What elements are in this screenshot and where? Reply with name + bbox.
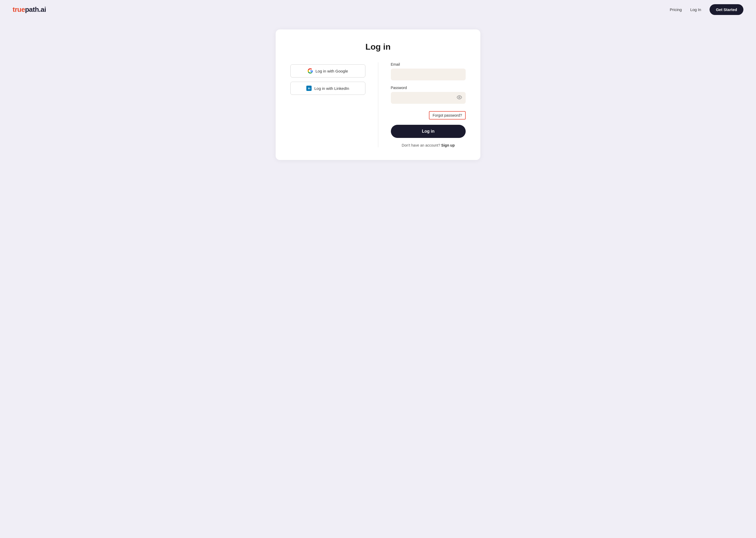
email-input[interactable] [391, 69, 466, 81]
nav-login[interactable]: Log In [690, 7, 701, 12]
login-button[interactable]: Log in [391, 125, 466, 138]
logo[interactable]: truepath.ai [13, 6, 46, 14]
logo-true-text: true [13, 6, 25, 13]
google-login-label: Log in with Google [315, 69, 348, 73]
forgot-password-row: Forgot password? [391, 111, 466, 120]
forgot-password-link[interactable]: Forgot password? [429, 111, 466, 120]
password-wrapper [391, 92, 466, 104]
logo-path-text: path.ai [25, 6, 46, 13]
email-label: Email [391, 62, 466, 67]
linkedin-login-button[interactable]: in Log in with LinkedIn [290, 82, 365, 95]
email-group: Email [391, 62, 466, 81]
card-body: Log in with Google in Log in with Linked… [290, 62, 466, 147]
toggle-password-icon[interactable] [457, 94, 462, 101]
password-input[interactable] [391, 92, 466, 104]
social-login-column: Log in with Google in Log in with Linked… [290, 62, 365, 147]
column-divider [378, 62, 378, 147]
signup-link[interactable]: Sign up [441, 143, 455, 147]
nav-pricing[interactable]: Pricing [670, 7, 682, 12]
google-login-button[interactable]: Log in with Google [290, 64, 365, 78]
navbar: truepath.ai Pricing Log In Get Started [0, 0, 756, 19]
password-label: Password [391, 86, 466, 90]
login-card: Log in Log in with Google in Log in [276, 29, 480, 160]
nav-links: Pricing Log In Get Started [670, 4, 743, 15]
linkedin-login-label: Log in with LinkedIn [314, 86, 349, 91]
get-started-button[interactable]: Get Started [710, 4, 743, 15]
signup-prompt-text: Don't have an account? Sign up [391, 143, 466, 147]
page-title: Log in [290, 42, 466, 52]
form-column: Email Password [391, 62, 466, 147]
password-group: Password [391, 86, 466, 104]
svg-point-0 [459, 97, 460, 98]
signup-prompt-label: Don't have an account? [402, 143, 440, 147]
google-icon [307, 68, 313, 74]
linkedin-icon: in [306, 86, 311, 91]
page-content: Log in Log in with Google in Log in [0, 19, 756, 171]
